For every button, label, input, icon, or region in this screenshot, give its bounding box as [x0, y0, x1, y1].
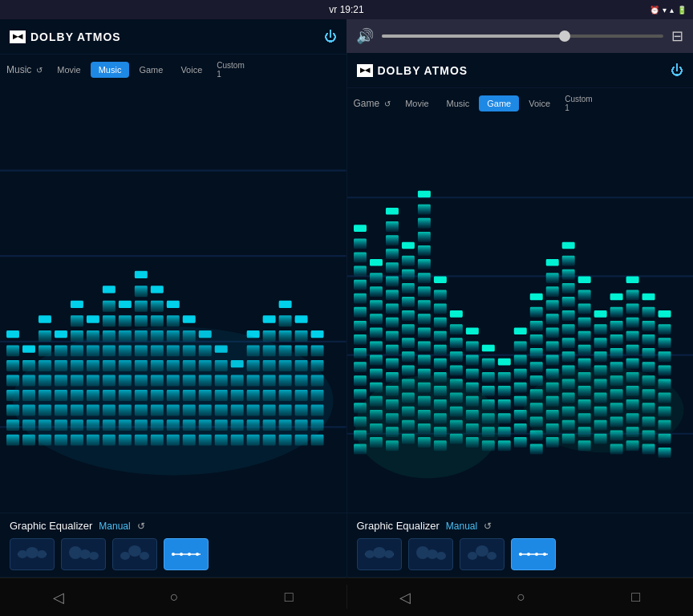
- svg-rect-446: [481, 345, 494, 352]
- svg-rect-428: [658, 324, 671, 334]
- svg-rect-322: [497, 386, 510, 396]
- svg-rect-308: [465, 369, 478, 379]
- left-tab-game[interactable]: Game: [131, 62, 171, 78]
- svg-rect-453: [594, 310, 606, 318]
- svg-rect-165: [22, 345, 35, 352]
- right-back-button[interactable]: ◁: [387, 582, 424, 613]
- volume-settings-icon[interactable]: ⊟: [671, 27, 683, 45]
- svg-rect-347: [545, 286, 558, 297]
- svg-point-466: [468, 552, 477, 560]
- svg-rect-448: [513, 327, 526, 334]
- right-eq-preset-mid[interactable]: [460, 538, 505, 570]
- left-eq-mode[interactable]: Manual: [99, 521, 130, 532]
- left-eq-reset-icon[interactable]: ↺: [137, 521, 145, 532]
- svg-rect-18: [38, 330, 51, 342]
- left-tab-movie[interactable]: Movie: [49, 62, 88, 78]
- left-nav: ◁ ○ □: [0, 578, 346, 616]
- svg-rect-450: [545, 259, 558, 266]
- left-eq-preset-custom[interactable]: [164, 538, 209, 570]
- left-tab-voice[interactable]: Voice: [172, 62, 210, 78]
- svg-rect-257: [401, 310, 414, 321]
- svg-rect-226: [369, 314, 382, 324]
- signal-icon: ▴: [670, 6, 674, 14]
- right-eq-preset-bass[interactable]: [408, 538, 453, 570]
- left-eq-preset-bass[interactable]: [61, 538, 106, 570]
- svg-rect-376: [578, 331, 590, 342]
- status-icons: ⏰ ▾ ▴ 🔋: [650, 6, 687, 14]
- right-tab-game[interactable]: Game: [479, 95, 519, 111]
- svg-rect-373: [578, 290, 590, 300]
- svg-rect-297: [449, 324, 462, 334]
- dolby-box-icon: ▶◀: [10, 30, 26, 43]
- right-eq-preset-flat[interactable]: [357, 538, 402, 570]
- svg-rect-11: [6, 435, 19, 446]
- svg-rect-215: [353, 348, 366, 359]
- svg-point-193: [140, 552, 149, 560]
- svg-rect-210: [353, 280, 366, 290]
- svg-rect-242: [385, 304, 398, 314]
- svg-rect-245: [385, 345, 398, 355]
- svg-rect-325: [497, 427, 510, 437]
- svg-rect-173: [151, 286, 164, 293]
- left-eq-preset-flat[interactable]: [10, 538, 55, 570]
- svg-rect-339: [529, 362, 542, 372]
- svg-rect-452: [578, 276, 590, 283]
- svg-rect-405: [626, 290, 638, 300]
- svg-rect-451: [561, 242, 574, 249]
- svg-rect-443: [433, 276, 446, 283]
- right-mode-reset-icon[interactable]: ↺: [384, 99, 391, 108]
- svg-rect-363: [561, 310, 574, 321]
- svg-rect-157: [311, 345, 324, 356]
- svg-rect-168: [71, 301, 83, 308]
- svg-rect-258: [401, 324, 414, 334]
- svg-rect-212: [353, 307, 366, 318]
- svg-rect-410: [626, 359, 638, 369]
- svg-rect-225: [369, 300, 382, 310]
- svg-rect-394: [610, 307, 622, 318]
- svg-point-470: [519, 553, 522, 556]
- right-tab-custom[interactable]: Custom1: [560, 91, 597, 116]
- right-mode-label: Game: [354, 98, 380, 109]
- right-tab-voice[interactable]: Voice: [521, 95, 558, 111]
- svg-rect-10: [6, 419, 19, 431]
- right-recents-button[interactable]: □: [618, 582, 653, 612]
- svg-rect-171: [119, 301, 132, 308]
- svg-rect-315: [481, 372, 494, 383]
- left-panel-header: ▶◀ DOLBY ATMOS ⏻: [0, 19, 346, 55]
- right-eq-mode[interactable]: Manual: [446, 521, 477, 532]
- left-eq-preset-mid[interactable]: [112, 538, 157, 570]
- right-tab-movie[interactable]: Movie: [397, 95, 436, 111]
- svg-rect-267: [417, 205, 430, 215]
- left-tab-custom[interactable]: Custom1: [212, 58, 249, 82]
- svg-rect-237: [385, 235, 398, 245]
- svg-rect-300: [449, 365, 462, 375]
- svg-rect-419: [642, 334, 654, 345]
- svg-rect-170: [103, 286, 116, 293]
- right-eq-preset-custom[interactable]: [511, 538, 556, 570]
- left-recents-button[interactable]: □: [272, 582, 306, 612]
- left-mode-reset-icon[interactable]: ↺: [36, 66, 43, 75]
- svg-rect-330: [513, 383, 526, 393]
- right-tab-music[interactable]: Music: [439, 95, 478, 111]
- right-eq-reset-icon[interactable]: ↺: [484, 521, 492, 532]
- right-power-icon[interactable]: ⏻: [671, 63, 683, 78]
- status-time: vr 19:21: [329, 4, 363, 15]
- left-back-button[interactable]: ◁: [40, 582, 77, 613]
- svg-rect-324: [497, 413, 510, 424]
- svg-rect-244: [385, 331, 398, 342]
- svg-rect-253: [401, 256, 414, 266]
- right-dolby-box-icon: ▶◀: [357, 64, 373, 77]
- svg-rect-396: [610, 334, 622, 345]
- right-panel-header: ▶◀ DOLBY ATMOS ⏻: [347, 53, 694, 88]
- left-home-button[interactable]: ○: [157, 582, 192, 612]
- svg-rect-307: [465, 355, 478, 366]
- svg-rect-216: [353, 362, 366, 372]
- left-power-icon[interactable]: ⏻: [324, 30, 337, 44]
- left-tab-music[interactable]: Music: [91, 62, 130, 78]
- svg-rect-359: [561, 256, 574, 266]
- nav-bar: ◁ ○ □ ◁ ○ □: [0, 578, 693, 616]
- svg-rect-272: [417, 273, 430, 283]
- svg-rect-240: [385, 276, 398, 286]
- right-home-button[interactable]: ○: [504, 582, 538, 612]
- volume-slider-track[interactable]: [382, 34, 663, 38]
